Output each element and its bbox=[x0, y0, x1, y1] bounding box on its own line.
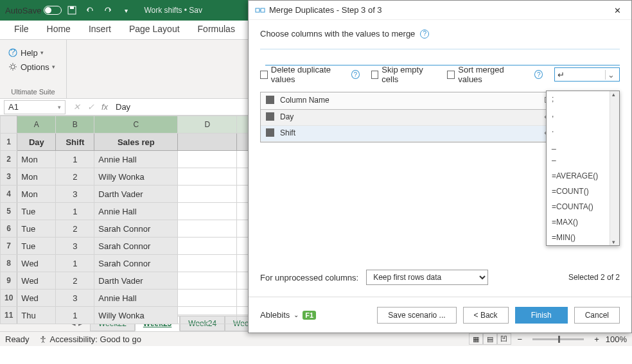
row-header[interactable]: 9 bbox=[1, 272, 17, 290]
cell[interactable]: 3 bbox=[56, 238, 94, 255]
fx-icon[interactable]: fx bbox=[98, 102, 112, 112]
zoom-in-button[interactable]: + bbox=[594, 334, 599, 344]
cell[interactable] bbox=[178, 151, 237, 168]
cell[interactable]: Annie Hall bbox=[94, 151, 178, 168]
cell[interactable] bbox=[178, 238, 237, 255]
cancel-button[interactable]: Cancel bbox=[574, 307, 620, 324]
cell[interactable]: 1 bbox=[56, 255, 94, 272]
dropdown-item[interactable]: ; bbox=[547, 91, 610, 107]
cell[interactable]: 3 bbox=[56, 290, 94, 307]
menu-tab-home[interactable]: Home bbox=[38, 20, 80, 39]
cell[interactable]: 1 bbox=[56, 307, 94, 324]
redo-icon[interactable] bbox=[100, 3, 116, 18]
scrollbar[interactable] bbox=[610, 91, 619, 245]
checkbox-icon[interactable] bbox=[266, 112, 274, 121]
f1-badge[interactable]: F1 bbox=[303, 311, 316, 320]
row-header[interactable]: 6 bbox=[1, 220, 17, 238]
cell[interactable]: Wed bbox=[17, 272, 56, 290]
cell[interactable]: 3 bbox=[56, 186, 94, 203]
undo-icon[interactable] bbox=[82, 3, 98, 18]
cell[interactable]: Thu bbox=[17, 307, 56, 324]
cell[interactable]: Willy Wonka bbox=[94, 307, 178, 324]
cell[interactable] bbox=[178, 290, 237, 307]
delimiter-combo[interactable]: ↵ ⌄ bbox=[554, 67, 620, 82]
cell[interactable]: Annie Hall bbox=[94, 290, 178, 307]
cell[interactable]: Darth Vader bbox=[94, 186, 178, 203]
save-scenario-button[interactable]: Save scenario ... bbox=[377, 307, 456, 324]
zoom-out-button[interactable]: − bbox=[518, 334, 523, 344]
cell[interactable]: Sarah Connor bbox=[94, 220, 178, 238]
dropdown-item[interactable]: =MAX() bbox=[547, 214, 610, 230]
help-icon[interactable]: ? bbox=[351, 70, 360, 79]
cell[interactable]: 1 bbox=[56, 151, 94, 168]
toggle-off-icon[interactable] bbox=[44, 6, 62, 15]
cell[interactable] bbox=[178, 307, 237, 324]
menu-tab-page-layout[interactable]: Page Layout bbox=[120, 20, 189, 39]
confirm-icon[interactable]: ✓ bbox=[83, 102, 98, 112]
cell[interactable] bbox=[178, 203, 237, 220]
cell[interactable] bbox=[178, 272, 237, 290]
row-header[interactable]: 4 bbox=[1, 186, 17, 203]
cell[interactable]: Mon bbox=[17, 168, 56, 186]
view-break-icon[interactable]: 凹 bbox=[497, 333, 511, 345]
row-header[interactable]: 2 bbox=[1, 151, 17, 168]
row-header[interactable]: 1 bbox=[1, 134, 17, 151]
dropdown-item[interactable]: =MIN() bbox=[547, 230, 610, 245]
chevron-down-icon[interactable]: ⌄ bbox=[605, 70, 617, 80]
cancel-icon[interactable]: ✕ bbox=[69, 102, 83, 112]
row-header[interactable]: 11 bbox=[1, 307, 17, 324]
sort-merged-checkbox[interactable]: Sort merged values bbox=[447, 65, 523, 84]
row-header[interactable]: 3 bbox=[1, 168, 17, 186]
row-header[interactable]: 10 bbox=[1, 290, 17, 307]
view-normal-icon[interactable]: ▦ bbox=[469, 333, 483, 345]
save-icon[interactable] bbox=[64, 3, 80, 18]
cell[interactable]: Darth Vader bbox=[94, 272, 178, 290]
dropdown-item[interactable]: , bbox=[547, 107, 610, 122]
cell[interactable]: 2 bbox=[56, 272, 94, 290]
view-layout-icon[interactable]: ▤ bbox=[483, 333, 497, 345]
cell[interactable]: Sarah Connor bbox=[94, 238, 178, 255]
col-header-name[interactable]: Column Name bbox=[275, 92, 539, 109]
skip-empty-checkbox[interactable]: Skip empty cells bbox=[371, 65, 436, 84]
cell[interactable] bbox=[178, 134, 237, 151]
delimiter-dropdown[interactable]: ;,._–=AVERAGE()=COUNT()=COUNTA()=MAX()=M… bbox=[546, 91, 620, 246]
cell[interactable] bbox=[178, 168, 237, 186]
view-switcher[interactable]: ▦ ▤ 凹 bbox=[469, 333, 511, 345]
unprocessed-select[interactable]: Keep first rows data bbox=[366, 270, 488, 285]
cell[interactable]: Willy Wonka bbox=[94, 168, 178, 186]
dropdown-item[interactable]: =COUNT() bbox=[547, 184, 610, 199]
cell[interactable] bbox=[178, 255, 237, 272]
cell[interactable]: Shift bbox=[56, 134, 94, 151]
menu-tab-insert[interactable]: Insert bbox=[80, 20, 120, 39]
name-box[interactable]: A1 ▾ bbox=[4, 100, 66, 114]
dropdown-item[interactable]: =AVERAGE() bbox=[547, 168, 610, 184]
cell[interactable]: Sales rep bbox=[94, 134, 178, 151]
qat-dropdown-icon[interactable]: ▾ bbox=[118, 3, 134, 18]
cell[interactable]: Day bbox=[17, 134, 56, 151]
select-all-checkbox[interactable] bbox=[266, 96, 274, 104]
cell[interactable]: Tue bbox=[17, 238, 56, 255]
col-header-D[interactable]: D bbox=[178, 116, 237, 134]
dropdown-item[interactable]: – bbox=[547, 153, 610, 168]
delete-duplicates-checkbox[interactable]: Delete duplicate values? bbox=[260, 65, 360, 84]
brand-link[interactable]: Ablebits ⌄ F1 bbox=[260, 310, 316, 320]
help-icon[interactable]: ? bbox=[420, 30, 429, 39]
zoom-slider[interactable] bbox=[532, 338, 584, 340]
help-icon[interactable]: ? bbox=[534, 70, 543, 79]
close-button[interactable]: ✕ bbox=[610, 5, 625, 15]
help-button[interactable]: ? Help ▾ bbox=[5, 46, 58, 59]
cell[interactable]: Wed bbox=[17, 255, 56, 272]
cell[interactable]: Tue bbox=[17, 203, 56, 220]
cell[interactable]: 1 bbox=[56, 203, 94, 220]
cell[interactable]: Wed bbox=[17, 290, 56, 307]
dropdown-item[interactable]: . bbox=[547, 122, 610, 137]
cell[interactable] bbox=[178, 220, 237, 238]
cell[interactable]: 2 bbox=[56, 168, 94, 186]
cell[interactable]: Annie Hall bbox=[94, 203, 178, 220]
cell[interactable]: 2 bbox=[56, 220, 94, 238]
row-header[interactable]: 8 bbox=[1, 255, 17, 272]
cell[interactable]: Sarah Connor bbox=[94, 255, 178, 272]
dropdown-item[interactable]: _ bbox=[547, 137, 610, 153]
back-button[interactable]: < Back bbox=[463, 307, 509, 324]
dropdown-item[interactable]: =COUNTA() bbox=[547, 199, 610, 214]
